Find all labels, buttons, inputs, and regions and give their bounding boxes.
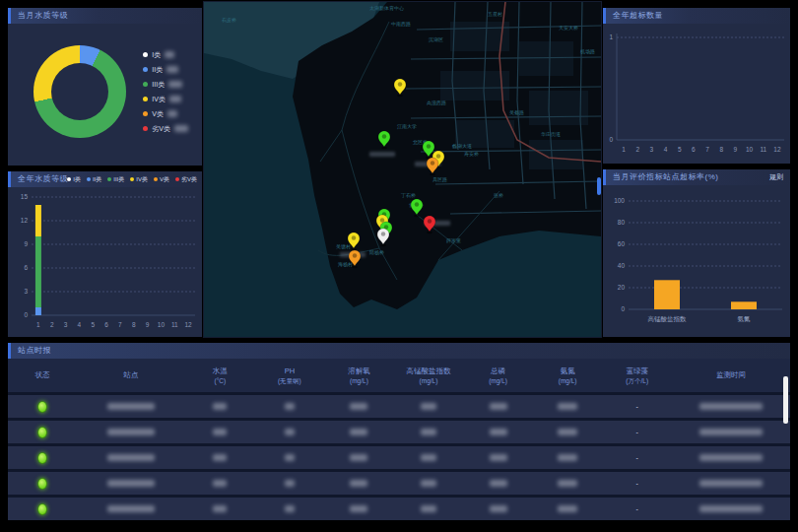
redacted-value [350, 505, 367, 512]
value-cell [77, 429, 185, 435]
legend-item: I类 [67, 171, 81, 187]
redacted-value [490, 454, 507, 461]
status-normal-icon [37, 503, 47, 515]
panel-title: 当月水质等级 [18, 8, 68, 24]
svg-text:10: 10 [158, 321, 166, 328]
redacted-value [421, 403, 436, 410]
value-cell [324, 403, 394, 410]
map-place-label: 丁石桥 [401, 192, 416, 199]
value-cell [185, 429, 255, 435]
value-cell [672, 505, 790, 512]
table-row[interactable]: - [8, 421, 790, 443]
value-cell [394, 454, 464, 461]
value-cell [533, 429, 603, 435]
panel-month-exceed-rate: 当月评价指标站点超标率(%) 规则 020406080100高锰酸盐指数氨氮 [603, 169, 790, 337]
panel-title: 全年水质等级 [18, 171, 68, 187]
column-header: 高锰酸盐指数(mg/L) [394, 366, 464, 386]
legend-item: II类 [143, 62, 188, 77]
redacted-value [168, 81, 182, 88]
svg-text:0: 0 [609, 136, 613, 143]
map-place-label: 天安大桥 [559, 25, 578, 31]
legend-dot-icon [67, 177, 71, 181]
value-cell [324, 480, 394, 487]
map-place-label: 蠡湖大道 [452, 143, 472, 149]
panel-year-exceed-count: 全年超标数量 01123456789101112 [603, 8, 790, 164]
panel-title: 当月评价指标站点超标率(%) [613, 169, 718, 185]
legend-item: II类 [87, 171, 101, 187]
map-place-label: 华庄街道 [541, 131, 561, 138]
redacted-value [421, 454, 436, 461]
legend-label: V类 [160, 171, 169, 187]
svg-text:12: 12 [21, 217, 29, 224]
svg-text:9: 9 [734, 146, 738, 153]
station-table-body: ----- [8, 395, 790, 520]
svg-text:7: 7 [705, 146, 709, 153]
rate-bar [654, 280, 680, 309]
value-cell [255, 454, 325, 461]
rate-bar [731, 301, 757, 309]
redacted-value [558, 429, 577, 435]
value-cell [185, 480, 255, 487]
column-unit: (无量纲) [255, 376, 325, 386]
value-cell [255, 429, 325, 435]
svg-text:4: 4 [664, 146, 668, 153]
legend-dot-icon [143, 97, 148, 101]
legend-label: II类 [93, 171, 101, 187]
redacted-value [490, 403, 507, 410]
redacted-value [169, 96, 181, 102]
value-cell [324, 454, 394, 461]
map-place-label: 五星村 [488, 11, 502, 18]
redacted-value [558, 505, 577, 512]
map-scrollbar[interactable] [597, 177, 601, 195]
column-unit: (mg/L) [533, 376, 603, 386]
value-cell [77, 505, 185, 512]
table-scrollbar[interactable] [783, 376, 788, 424]
station-table: 状态站点水温(°C)PH(无量纲)溶解氧(mg/L)高锰酸盐指数(mg/L)总磷… [8, 359, 790, 520]
svg-text:5: 5 [91, 321, 95, 328]
status-cell [8, 427, 77, 438]
value-cell [533, 454, 603, 461]
redacted-value [107, 454, 155, 461]
column-header: 站点 [77, 369, 185, 380]
legend-item: V类 [143, 106, 188, 121]
svg-text:高锰酸盐指数: 高锰酸盐指数 [648, 315, 688, 323]
redacted-value [699, 403, 763, 410]
value-cell [463, 454, 533, 461]
status-cell [8, 503, 77, 515]
table-row[interactable]: - [8, 446, 790, 469]
redacted-value [490, 480, 507, 487]
table-row[interactable]: - [8, 472, 790, 495]
redacted-value [350, 480, 367, 487]
column-title: 蓝绿藻 [602, 366, 672, 376]
redacted-value [558, 403, 577, 410]
redacted-value [490, 505, 507, 512]
value-cell: - [602, 505, 672, 512]
column-title: 水温 [185, 366, 255, 376]
redacted-value [107, 429, 155, 435]
rules-link[interactable]: 规则 [769, 169, 783, 185]
svg-text:0: 0 [24, 311, 28, 318]
table-row[interactable]: - [8, 498, 790, 520]
legend-dot-icon [87, 177, 91, 181]
value-cell [533, 505, 603, 512]
redacted-value [699, 480, 763, 487]
map-canvas[interactable]: 石皮桥太湖新体育中心中南西路滨湖区五星村天安大桥机场路高浪西路吴都路江南大学北区… [204, 2, 601, 337]
map-place-label: 薛家里 [446, 237, 461, 243]
legend-item: 劣V类 [175, 171, 197, 187]
table-row[interactable]: - [8, 395, 790, 418]
panel-title: 站点时报 [18, 343, 51, 359]
redacted-value [285, 403, 295, 410]
column-unit: (万个/L) [602, 376, 672, 386]
svg-text:7: 7 [118, 321, 122, 328]
year-grade-legend: I类II类III类IV类V类劣V类 [67, 171, 197, 187]
month-exceed-rate-bar-chart: 020406080100高锰酸盐指数氨氮 [603, 185, 790, 337]
svg-text:6: 6 [24, 264, 28, 271]
value-cell: - [602, 480, 672, 487]
donut-hole [51, 63, 108, 120]
map-place-label: 张桥 [494, 192, 503, 199]
legend-dot-icon [143, 126, 148, 131]
donut-legend: I类II类III类IV类V类劣V类 [143, 47, 188, 136]
column-title: 状态 [8, 369, 77, 380]
station-map[interactable]: 石皮桥太湖新体育中心中南西路滨湖区五星村天安大桥机场路高浪西路吴都路江南大学北区… [204, 2, 601, 337]
column-header: 溶解氧(mg/L) [324, 366, 394, 386]
